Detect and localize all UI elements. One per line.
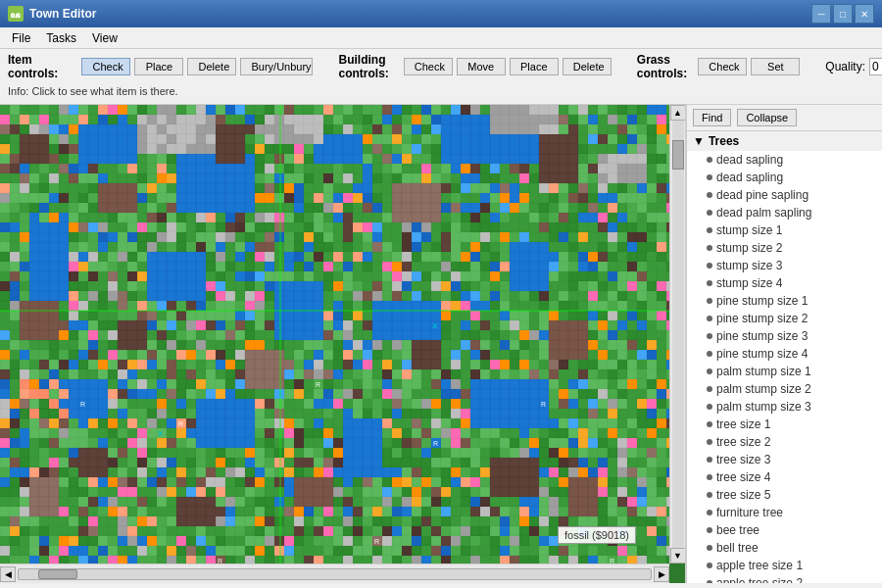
tree-dot (707, 263, 712, 269)
menu-view[interactable]: View (84, 29, 125, 47)
tree-list-item[interactable]: tree size 1 (687, 416, 882, 433)
quality-input[interactable] (869, 58, 882, 75)
tree-list-item[interactable]: stump size 3 (687, 257, 882, 274)
map-hscrollbar[interactable]: ◀ ▶ (0, 564, 669, 583)
tree-list-item[interactable]: tree size 2 (687, 433, 882, 451)
tree-dot (707, 457, 712, 463)
grass-set-button[interactable]: Set (751, 58, 800, 75)
tree-dot (707, 333, 712, 339)
item-bury-button[interactable]: Bury/Unbury (240, 58, 313, 75)
app-icon: 🏘 (8, 6, 24, 22)
minimize-button[interactable]: ─ (811, 4, 831, 24)
item-controls-label: Item controls: (8, 53, 74, 80)
tree-list-item[interactable]: dead sapling (687, 169, 882, 186)
tree-dot (707, 368, 712, 374)
hscroll-right-button[interactable]: ▶ (654, 566, 669, 582)
tree-list-item[interactable]: tree size 4 (687, 468, 882, 486)
tree-dot (707, 351, 712, 357)
menu-tasks[interactable]: Tasks (38, 29, 84, 47)
building-delete-button[interactable]: Delete (563, 58, 612, 75)
menubar: File Tasks View (0, 27, 882, 49)
tree-item-label: bee tree (716, 523, 760, 537)
tree-item-label: palm stump size 3 (716, 400, 811, 414)
item-check-button[interactable]: Check (81, 58, 130, 75)
close-button[interactable]: ✕ (855, 4, 874, 24)
tree-dot (707, 174, 712, 180)
hscroll-thumb[interactable] (38, 569, 77, 579)
item-delete-button[interactable]: Delete (187, 58, 236, 75)
tree-dot (707, 298, 712, 304)
find-button[interactable]: Find (693, 109, 731, 126)
building-controls-label: Building controls: (338, 53, 395, 80)
expand-icon: ▼ (693, 134, 705, 148)
vscroll-up-button[interactable]: ▲ (670, 105, 686, 121)
tree-item-label: pine stump size 1 (716, 294, 808, 308)
tree-list-item[interactable]: apple tree size 2 (687, 574, 882, 583)
tree-dot (707, 527, 712, 533)
hscroll-left-button[interactable]: ◀ (0, 566, 16, 582)
tree-item-label: furniture tree (716, 506, 783, 519)
tree-list-item[interactable]: pine stump size 3 (687, 327, 882, 345)
tree-list-item[interactable]: palm stump size 2 (687, 380, 882, 398)
tree-dot (707, 210, 712, 216)
tree-list-item[interactable]: stump size 4 (687, 274, 882, 292)
maximize-button[interactable]: □ (833, 4, 853, 24)
vscroll-thumb[interactable] (672, 140, 684, 170)
tree-dot (707, 421, 712, 427)
tree-list[interactable]: ▼ Trees dead saplingdead saplingdead pin… (687, 131, 882, 583)
tree-list-item[interactable]: palm stump size 3 (687, 398, 882, 416)
trees-category: ▼ Trees (687, 131, 882, 151)
hscroll-track[interactable] (18, 568, 652, 580)
tree-list-item[interactable]: pine stump size 2 (687, 310, 882, 327)
vscroll-track[interactable] (672, 121, 684, 548)
tree-item-label: pine stump size 3 (716, 329, 808, 343)
tree-item-label: tree size 3 (716, 453, 770, 466)
building-move-button[interactable]: Move (457, 58, 506, 75)
building-check-button[interactable]: Check (404, 58, 453, 75)
tree-dot (707, 280, 712, 286)
tree-dot (707, 386, 712, 392)
tree-item-label: stump size 1 (716, 223, 782, 237)
building-place-button[interactable]: Place (510, 58, 559, 75)
tree-list-item[interactable]: dead palm sapling (687, 204, 882, 221)
collapse-button[interactable]: Collapse (737, 109, 797, 126)
building-controls-section: Building controls: Check Move Place Dele… (338, 53, 611, 80)
tree-list-item[interactable]: furniture tree (687, 504, 882, 521)
tree-list-item[interactable]: dead sapling (687, 151, 882, 169)
grass-check-button[interactable]: Check (698, 58, 747, 75)
tree-item-label: tree size 4 (716, 470, 770, 484)
tree-item-label: dead pine sapling (716, 188, 808, 202)
tree-dot (707, 492, 712, 498)
tree-item-label: bell tree (716, 541, 759, 555)
map-canvas[interactable] (0, 105, 669, 564)
tree-list-item[interactable]: stump size 1 (687, 221, 882, 239)
tree-dot (707, 245, 712, 251)
tree-item-label: apple tree size 2 (716, 576, 803, 583)
tree-list-item[interactable]: tree size 3 (687, 451, 882, 468)
tree-list-item[interactable]: dead pine sapling (687, 186, 882, 204)
item-controls-section: Item controls: Check Place Delete Bury/U… (8, 53, 313, 80)
tree-list-item[interactable]: pine stump size 4 (687, 345, 882, 363)
tree-list-item[interactable]: pine stump size 1 (687, 292, 882, 310)
tree-list-item[interactable]: stump size 2 (687, 239, 882, 257)
tree-dot (707, 192, 712, 198)
vscroll-down-button[interactable]: ▼ (670, 548, 686, 564)
window-title: Town Editor (29, 7, 811, 21)
tree-item-label: stump size 4 (716, 276, 782, 290)
info-bar: Info: Click to see what item is there. (8, 85, 178, 97)
map-vscrollbar[interactable]: ▲ ▼ (669, 105, 685, 564)
tree-dot (707, 157, 712, 163)
tree-list-item[interactable]: palm stump size 1 (687, 363, 882, 380)
map-container[interactable]: ▲ ▼ ◀ ▶ fossil ($9018) (0, 105, 686, 583)
menu-file[interactable]: File (4, 29, 38, 47)
tree-dot (707, 474, 712, 480)
tree-item-label: apple tree size 1 (716, 559, 803, 572)
tree-list-item[interactable]: tree size 5 (687, 486, 882, 504)
tree-item-label: dead palm sapling (716, 206, 811, 220)
tree-list-item[interactable]: apple tree size 1 (687, 557, 882, 574)
grid-map[interactable] (0, 105, 669, 564)
tree-list-item[interactable]: bee tree (687, 521, 882, 539)
titlebar: 🏘 Town Editor ─ □ ✕ (0, 0, 882, 27)
item-place-button[interactable]: Place (134, 58, 183, 75)
tree-list-item[interactable]: bell tree (687, 539, 882, 557)
